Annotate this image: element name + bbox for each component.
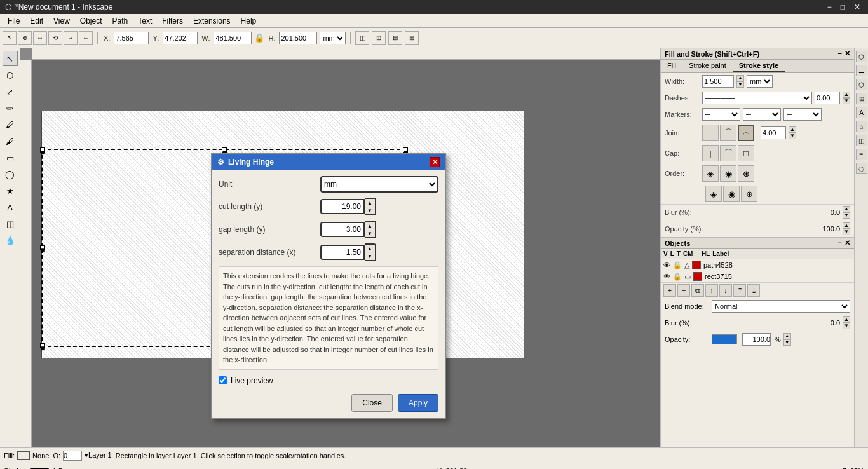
menu-filters[interactable]: Filters [157, 15, 188, 27]
toolbar-btn-5[interactable]: → [64, 31, 78, 45]
width-input[interactable] [702, 75, 734, 88]
brush-tool[interactable]: 🖌 [3, 133, 18, 149]
unit-select[interactable]: mm px in [320, 32, 346, 44]
order-btn-4[interactable]: ◈ [705, 186, 722, 202]
obj-opacity-up[interactable]: ▲ [783, 333, 791, 339]
dialog-close-button[interactable]: ✕ [430, 157, 440, 167]
pen-tool[interactable]: 🖊 [3, 117, 18, 132]
obj-top-btn[interactable]: ⤒ [733, 284, 746, 297]
gradient-tool[interactable]: ◫ [3, 216, 18, 231]
cap-round[interactable]: ⌒ [720, 145, 736, 161]
toolbar-btn-1[interactable]: ↖ [3, 31, 17, 45]
side-icon-5[interactable]: A [856, 107, 867, 118]
tab-stroke-paint[interactable]: Stroke paint [682, 60, 733, 72]
cut-length-down[interactable]: ▼ [365, 207, 375, 214]
dashes-down[interactable]: ▼ [843, 98, 850, 104]
side-icon-2[interactable]: ☰ [856, 65, 867, 76]
tab-fill[interactable]: Fill [661, 60, 682, 72]
cap-square[interactable]: □ [738, 145, 754, 161]
gap-length-up[interactable]: ▲ [365, 222, 375, 229]
markers-end-select[interactable]: ─ [783, 108, 822, 121]
objects-panel-close[interactable]: ✕ [844, 239, 850, 247]
w-input[interactable] [214, 32, 252, 44]
object-row-rect3715[interactable]: 👁 🔒 ▭ rect3715 [661, 271, 854, 282]
obj-dup-btn[interactable]: ⧉ [691, 284, 704, 297]
dropper-tool[interactable]: 💧 [3, 233, 18, 248]
handle-tl[interactable]: ■ [40, 147, 45, 153]
menu-file[interactable]: File [3, 15, 25, 27]
opacity-input-status[interactable] [63, 451, 82, 461]
y-input[interactable] [163, 32, 198, 44]
handle-ml[interactable]: ■ [40, 245, 45, 250]
toolbar-btn-2[interactable]: ⊕ [18, 31, 32, 45]
join-miter[interactable]: ⌐ [702, 125, 719, 141]
sep-distance-down[interactable]: ▼ [365, 252, 375, 260]
menu-extensions[interactable]: Extensions [188, 15, 236, 27]
join-up[interactable]: ▲ [789, 126, 796, 133]
handle-tr[interactable]: ■ [403, 147, 408, 153]
markers-start-select[interactable]: ─ [702, 108, 740, 121]
dashes-select[interactable]: ────── - - - - · · · · [702, 92, 812, 104]
select-tool[interactable]: ↖ [3, 51, 18, 66]
cut-length-input[interactable] [320, 199, 365, 214]
obj-add-btn[interactable]: + [663, 284, 676, 297]
handle-bl[interactable]: ■ [40, 343, 45, 348]
gap-length-input[interactable] [320, 222, 365, 237]
side-icon-8[interactable]: ≡ [856, 149, 867, 160]
cap-butt[interactable]: | [702, 145, 719, 161]
obj-blur-up[interactable]: ▲ [843, 316, 850, 323]
live-preview-checkbox[interactable] [219, 376, 227, 384]
toolbar-btn-3[interactable]: ↔ [33, 31, 47, 45]
obj-remove-btn[interactable]: − [677, 284, 690, 297]
tab-stroke-style[interactable]: Stroke style [733, 60, 785, 72]
maximize-button[interactable]: □ [838, 3, 848, 11]
close-button[interactable]: ✕ [851, 3, 863, 11]
panel-pin[interactable]: − [838, 50, 842, 58]
h-input[interactable] [279, 32, 317, 44]
join-bevel[interactable]: ⌓ [738, 125, 754, 141]
menu-edit[interactable]: Edit [25, 15, 48, 27]
side-icon-7[interactable]: ◫ [856, 135, 867, 146]
sep-distance-input[interactable] [320, 245, 365, 260]
toolbar-btn-6[interactable]: ← [79, 31, 93, 45]
panel-close-icon[interactable]: ✕ [844, 50, 850, 58]
menu-object[interactable]: Object [75, 15, 107, 27]
layer-label[interactable]: ▾Layer 1 [85, 451, 112, 459]
align-btn-1[interactable]: ◫ [355, 31, 369, 45]
toolbar-btn-4[interactable]: ⟲ [48, 31, 62, 45]
join-value[interactable] [761, 126, 786, 139]
unit-select-dialog[interactable]: mm px in [320, 176, 438, 193]
obj-blur-down[interactable]: ▼ [843, 323, 850, 329]
cut-length-up[interactable]: ▲ [365, 199, 375, 207]
width-unit-select[interactable]: mm px [747, 75, 773, 88]
order-btn-2[interactable]: ◉ [720, 165, 736, 182]
minimize-button[interactable]: − [825, 3, 834, 11]
apply-button[interactable]: Apply [398, 394, 438, 412]
side-icon-4[interactable]: ⊞ [856, 93, 867, 104]
align-btn-3[interactable]: ⊟ [388, 31, 402, 45]
circle-tool[interactable]: ◯ [3, 167, 18, 182]
pencil-tool[interactable]: ✏ [3, 100, 18, 116]
dashes-up[interactable]: ▲ [843, 92, 850, 98]
rect-tool[interactable]: ▭ [3, 150, 18, 165]
side-icon-9[interactable]: ◌ [856, 163, 867, 174]
markers-mid-select[interactable]: ─ [743, 108, 781, 121]
handle-tm[interactable]: ■ [222, 147, 227, 153]
menu-path[interactable]: Path [107, 15, 133, 27]
star-tool[interactable]: ★ [3, 183, 18, 198]
zoom-tool[interactable]: ⤢ [3, 84, 18, 99]
align-btn-4[interactable]: ⊞ [405, 31, 419, 45]
blur-up[interactable]: ▲ [843, 206, 850, 212]
menu-view[interactable]: View [48, 15, 75, 27]
obj-bottom-btn[interactable]: ⤓ [747, 284, 760, 297]
menu-help[interactable]: Help [236, 15, 262, 27]
blur-down[interactable]: ▼ [843, 212, 850, 219]
align-btn-2[interactable]: ⊡ [372, 31, 386, 45]
objects-panel-pin[interactable]: − [838, 239, 842, 247]
dashes-value[interactable] [815, 92, 840, 104]
obj-opacity-down[interactable]: ▼ [783, 339, 791, 346]
order-btn-6[interactable]: ⊕ [741, 186, 757, 202]
opacity-up[interactable]: ▲ [843, 222, 850, 229]
blend-mode-select[interactable]: Normal Multiply Screen [712, 300, 850, 313]
obj-up-btn[interactable]: ↑ [705, 284, 718, 297]
